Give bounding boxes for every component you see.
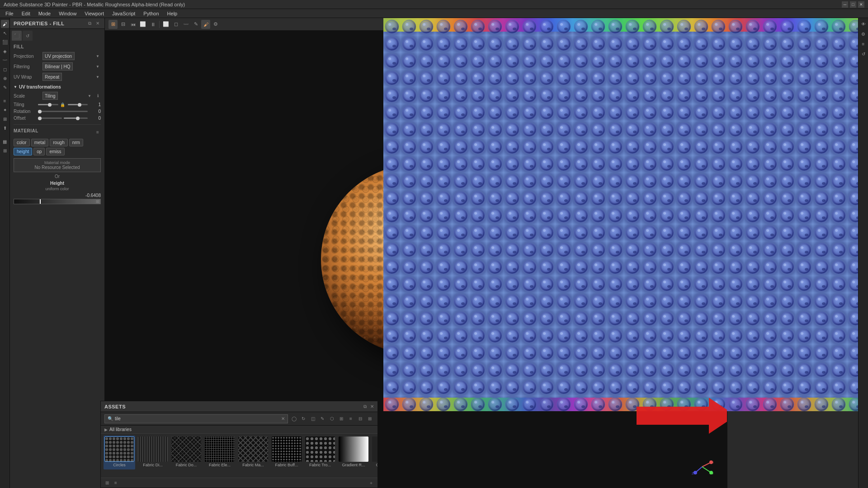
- toolbar-effects-icon[interactable]: ✦: [1, 106, 9, 114]
- channel-color-btn[interactable]: color: [14, 139, 30, 146]
- channel-metal-btn[interactable]: metal: [31, 139, 48, 146]
- tiling-slider2[interactable]: [68, 104, 88, 105]
- asset-thumb-0[interactable]: Circles: [104, 436, 135, 469]
- prop-tab-history[interactable]: ↺: [23, 31, 33, 41]
- assets-header: ASSETS ⧉ ✕: [101, 401, 377, 412]
- rotation-slider[interactable]: [38, 111, 88, 112]
- vp-settings-btn[interactable]: ⚙: [211, 20, 220, 29]
- vp-brush-btn[interactable]: 🖌: [201, 20, 210, 29]
- asset-thumb-1[interactable]: Fabric Di...: [137, 436, 169, 469]
- prop-tab-fill[interactable]: ⬛: [12, 31, 22, 41]
- vp-paint-btn[interactable]: 〰: [181, 20, 190, 29]
- vp-grid4-btn[interactable]: ⊟: [118, 20, 127, 29]
- material-settings-icon[interactable]: ≡: [94, 129, 101, 136]
- toolbar-projection-icon[interactable]: ⊕: [1, 74, 9, 82]
- vp-prev-btn[interactable]: ⏮: [128, 20, 137, 29]
- toolbar-clone-icon[interactable]: ◈: [1, 47, 9, 55]
- menu-help[interactable]: Help: [164, 10, 181, 17]
- toolbar-texture-icon[interactable]: ▦: [1, 137, 9, 145]
- assets-search-clear-icon[interactable]: ✕: [281, 416, 285, 421]
- toolbar-select-icon[interactable]: ↖: [1, 29, 9, 37]
- channel-nrm-btn[interactable]: nrm: [69, 139, 83, 146]
- asset-thumb-8[interactable]: Grunge St...: [371, 436, 377, 469]
- asset-thumb-5[interactable]: Fabric Buff...: [271, 436, 302, 469]
- tiling-lock-icon[interactable]: 🔒: [60, 103, 65, 107]
- channel-rough-btn[interactable]: rough: [50, 139, 68, 146]
- assets-search-input[interactable]: [115, 416, 279, 421]
- properties-float-icon[interactable]: ⧉: [86, 20, 93, 27]
- right-sidebar-eye-icon[interactable]: 👁: [859, 20, 868, 28]
- scale-select[interactable]: Tiling: [42, 92, 58, 100]
- toolbar-smudge-icon[interactable]: 〰: [1, 56, 9, 64]
- asset-thumb-2[interactable]: Fabric Do...: [170, 436, 202, 469]
- offset-slider1[interactable]: [38, 117, 62, 119]
- channel-emiss-btn[interactable]: emiss: [46, 148, 64, 155]
- assets-view-pen-icon[interactable]: ✎: [318, 415, 326, 423]
- close-button[interactable]: ✕: [858, 1, 864, 8]
- right-sidebar-history-icon[interactable]: ↺: [859, 50, 868, 58]
- vp-camera2d-btn[interactable]: ◻: [171, 20, 180, 29]
- assets-bottom-grid-icon[interactable]: ⊞: [104, 479, 111, 487]
- assets-bottom-list-icon[interactable]: ≡: [112, 479, 119, 487]
- assets-view-grid-icon[interactable]: ⊞: [337, 415, 345, 423]
- toolbar-layers-icon[interactable]: ≡: [1, 97, 9, 105]
- assets-view-crop-icon[interactable]: ◫: [309, 415, 317, 423]
- color-picker-icon[interactable]: ⊞: [96, 199, 99, 204]
- menu-file[interactable]: File: [2, 10, 17, 17]
- asset-img-2: [171, 436, 201, 462]
- menu-viewport[interactable]: Viewport: [81, 10, 108, 17]
- rotation-row: Rotation 0: [14, 109, 101, 114]
- toolbar-paint-icon[interactable]: 🖌: [1, 20, 9, 28]
- asset-thumb-3[interactable]: Fabric Ele...: [204, 436, 236, 469]
- channel-op-btn[interactable]: op: [33, 148, 45, 155]
- vp-frame-btn[interactable]: ⬜: [138, 20, 147, 29]
- vp-grid3-btn[interactable]: ⊞: [108, 20, 118, 29]
- uv-transforms-header[interactable]: ▼ UV transformations: [14, 84, 101, 89]
- assets-view-sphere-icon[interactable]: ◯: [290, 415, 298, 423]
- vp-pause-btn[interactable]: ⏸: [148, 20, 157, 29]
- assets-view-rotate-icon[interactable]: ↻: [299, 415, 307, 423]
- filtering-select-wrapper: Bilinear | HQ ▼: [42, 62, 101, 70]
- asset-thumb-4[interactable]: Fabric Ma...: [237, 436, 269, 469]
- height-color-strip[interactable]: ⊞: [14, 199, 101, 204]
- minimize-button[interactable]: ─: [842, 1, 848, 8]
- assets-close-icon[interactable]: ✕: [370, 404, 374, 409]
- viewport-gizmo: X Y Z: [691, 455, 713, 479]
- menu-python[interactable]: Python: [140, 10, 162, 17]
- right-sidebar-layers-icon[interactable]: ≡: [859, 40, 868, 48]
- toolbar-assets-icon[interactable]: ⊞: [1, 115, 9, 123]
- toolbar-eraser-icon[interactable]: ◻: [1, 65, 9, 73]
- asset-thumb-6[interactable]: Fabric Tro...: [304, 436, 336, 469]
- menu-javascript[interactable]: JavaScript: [108, 10, 139, 17]
- uvwrap-select[interactable]: Repeat: [42, 73, 62, 81]
- filtering-select[interactable]: Bilinear | HQ: [42, 62, 73, 70]
- tiling-slider[interactable]: [38, 104, 58, 105]
- menu-window[interactable]: Window: [55, 10, 80, 17]
- toolbar-settings-icon[interactable]: ⊞: [1, 146, 9, 155]
- offset-slider2[interactable]: [64, 117, 88, 119]
- asset-thumb-7[interactable]: Gradient R...: [338, 436, 369, 469]
- vp-camera3d-btn[interactable]: ⬜: [161, 20, 170, 29]
- assets-view-appgrid-icon[interactable]: ⊞: [366, 415, 374, 423]
- maximize-button[interactable]: □: [850, 1, 856, 8]
- scale-info-icon[interactable]: ℹ: [94, 93, 101, 99]
- scale-row: Scale Tiling ▼ ℹ: [14, 92, 101, 100]
- assets-view-size-icon[interactable]: ⊟: [356, 415, 364, 423]
- properties-close-icon[interactable]: ✕: [94, 20, 101, 27]
- assets-all-libraries-row[interactable]: ▶ All libraries: [101, 426, 377, 434]
- toolbar-fill-icon[interactable]: ⬛: [1, 38, 9, 46]
- assets-view-hex-icon[interactable]: ⬡: [328, 415, 336, 423]
- channel-height-btn[interactable]: height: [14, 148, 32, 155]
- toolbar-annotation-icon[interactable]: ✎: [1, 83, 9, 91]
- assets-float-icon[interactable]: ⧉: [363, 404, 367, 409]
- menu-edit[interactable]: Edit: [18, 10, 34, 17]
- height-title: Height: [14, 181, 101, 186]
- assets-view-list-icon[interactable]: ≡: [347, 415, 355, 423]
- menu-mode[interactable]: Mode: [35, 10, 55, 17]
- vp-pen-btn[interactable]: ✎: [191, 20, 200, 29]
- assets-bottom-add-icon[interactable]: ＋: [368, 479, 375, 487]
- right-sidebar-settings-icon[interactable]: ⚙: [859, 30, 868, 38]
- svg-point-11: [693, 471, 697, 474]
- projection-select[interactable]: UV projection: [42, 52, 75, 60]
- toolbar-export-icon[interactable]: ⬆: [1, 124, 9, 132]
